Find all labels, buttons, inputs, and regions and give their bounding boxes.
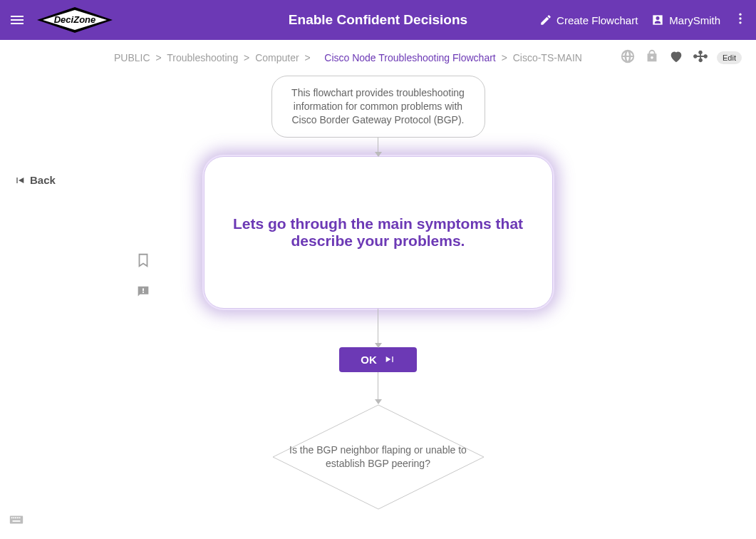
svg-point-3: [739, 17, 741, 19]
flowchart-canvas: Back This flowchart provides troubleshoo…: [0, 68, 756, 539]
svg-rect-7: [10, 516, 23, 524]
top-bar: DeciZone Enable Confident Decisions Crea…: [0, 0, 756, 40]
flow-column: This flowchart provides troubleshooting …: [179, 76, 578, 510]
sub-header: PUBLIC > Troubleshooting > Computer > Ci…: [0, 40, 756, 68]
pencil-icon: [539, 14, 552, 26]
svg-point-2: [739, 14, 741, 16]
topbar-right: Create Flowchart MarySmith: [539, 11, 747, 29]
logo-text: DeciZone: [54, 14, 96, 25]
feedback-icon[interactable]: [135, 284, 151, 302]
svg-rect-11: [17, 517, 19, 518]
connector: [378, 309, 378, 347]
svg-point-4: [739, 21, 741, 24]
lock-icon[interactable]: [644, 48, 660, 67]
user-menu[interactable]: MarySmith: [651, 13, 720, 27]
svg-rect-13: [13, 520, 21, 522]
svg-rect-5: [143, 288, 144, 291]
crumb-current[interactable]: Cisco Node Troubleshooting Flowchart: [324, 52, 495, 63]
node-decision: Is the BGP neighbor flaping or unable to…: [271, 404, 485, 510]
side-tools: [135, 252, 151, 302]
more-icon[interactable]: [733, 11, 747, 29]
back-icon: [14, 175, 26, 186]
svg-rect-6: [143, 292, 144, 293]
svg-rect-10: [15, 517, 16, 518]
bookmark-icon[interactable]: [135, 252, 151, 271]
ok-button[interactable]: OK: [339, 347, 417, 372]
connector: [378, 138, 378, 156]
crumb-suffix: Cisco-TS-MAIN: [513, 52, 582, 63]
edit-button[interactable]: Edit: [717, 51, 742, 64]
app-logo[interactable]: DeciZone: [36, 6, 114, 34]
crumb-computer[interactable]: Computer: [255, 52, 299, 63]
svg-rect-12: [19, 517, 21, 518]
connector: [378, 372, 378, 382]
breadcrumb: PUBLIC > Troubleshooting > Computer > Ci…: [114, 52, 582, 63]
node-intro: This flowchart provides troubleshooting …: [271, 76, 485, 138]
keyboard-icon[interactable]: [9, 512, 24, 530]
heart-icon[interactable]: [668, 48, 684, 67]
globe-icon[interactable]: [620, 48, 636, 67]
crumb-public[interactable]: PUBLIC: [114, 52, 150, 63]
app-title: Enable Confident Decisions: [289, 12, 467, 28]
user-icon: [651, 13, 665, 27]
create-flowchart-button[interactable]: Create Flowchart: [539, 14, 638, 26]
menu-icon[interactable]: [9, 11, 26, 29]
svg-rect-9: [13, 517, 14, 518]
node-main: Lets go through the main symptoms that d…: [204, 156, 553, 309]
back-label: Back: [30, 174, 56, 186]
back-button[interactable]: Back: [14, 174, 56, 186]
ok-label: OK: [361, 354, 377, 366]
subheader-icons: Edit: [620, 48, 742, 67]
user-name-label: MarySmith: [669, 14, 720, 26]
tree-icon[interactable]: [693, 48, 708, 67]
play-next-icon: [384, 354, 395, 365]
svg-rect-8: [11, 517, 13, 518]
decision-text: Is the BGP neighbor flaping or unable to…: [289, 443, 467, 469]
create-flowchart-label: Create Flowchart: [556, 14, 638, 26]
connector: [378, 382, 378, 404]
crumb-troubleshooting[interactable]: Troubleshooting: [167, 52, 238, 63]
